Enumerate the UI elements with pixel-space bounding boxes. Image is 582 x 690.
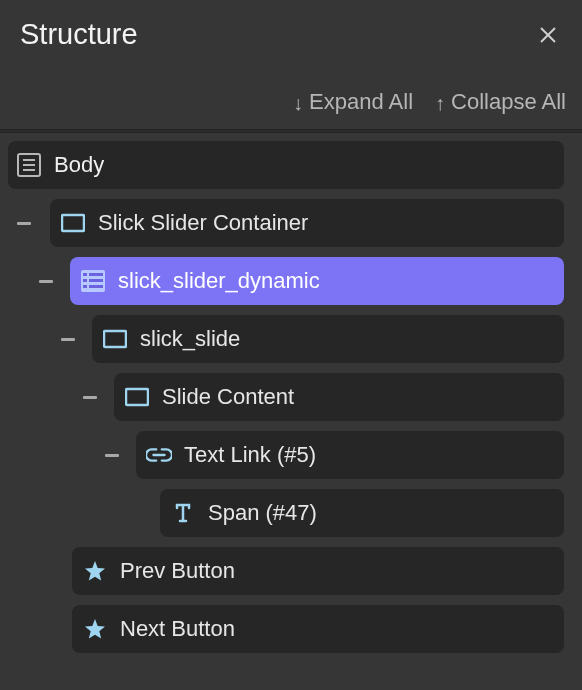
panel-title: Structure [20,18,138,51]
svg-rect-8 [83,273,87,276]
arrow-up-icon: ↑ [435,93,445,113]
svg-rect-10 [83,279,87,282]
svg-rect-15 [126,389,148,405]
tree-label: Span (#47) [208,500,317,526]
collapse-toggle[interactable] [12,211,36,235]
collapse-toggle[interactable] [56,327,80,351]
container-icon [60,210,86,236]
list-icon [80,268,106,294]
collapse-toggle[interactable] [78,385,102,409]
structure-panel: Structure ↓ Expand All ↑ Collapse All [0,0,582,690]
tree-row-slide-content[interactable]: Slide Content [8,373,574,421]
svg-rect-12 [83,285,87,288]
tree-label: slick_slide [140,326,240,352]
svg-rect-6 [62,215,84,231]
panel-header: Structure [0,0,582,61]
expand-all-button[interactable]: ↓ Expand All [293,89,413,115]
svg-rect-11 [89,279,103,282]
collapse-toggle[interactable] [34,269,58,293]
tree-row-prev-button[interactable]: Prev Button [8,547,574,595]
tree-label: Text Link (#5) [184,442,316,468]
tree-row-body[interactable]: Body [8,141,574,189]
container-icon [124,384,150,410]
star-icon [82,616,108,642]
collapse-toggle[interactable] [100,443,124,467]
tree-row-next-button[interactable]: Next Button [8,605,574,653]
svg-rect-13 [89,285,103,288]
text-icon [170,500,196,526]
panel-actions: ↓ Expand All ↑ Collapse All [0,61,582,129]
tree-row-span[interactable]: Span (#47) [8,489,574,537]
body-icon [16,152,42,178]
tree-row-slider-dynamic[interactable]: slick_slider_dynamic [8,257,574,305]
tree-row-slick-slide[interactable]: slick_slide [8,315,574,363]
close-icon [538,25,558,45]
expand-all-label: Expand All [309,89,413,115]
tree-label: Next Button [120,616,235,642]
tree-label: Prev Button [120,558,235,584]
tree-label: Slick Slider Container [98,210,308,236]
close-button[interactable] [536,23,560,47]
container-icon [102,326,128,352]
svg-rect-9 [89,273,103,276]
tree-label: Slide Content [162,384,294,410]
tree-row-text-link[interactable]: Text Link (#5) [8,431,574,479]
collapse-all-button[interactable]: ↑ Collapse All [435,89,566,115]
tree-label: slick_slider_dynamic [118,268,320,294]
svg-rect-14 [104,331,126,347]
link-icon [146,442,172,468]
arrow-down-icon: ↓ [293,93,303,113]
tree-row-slider-container[interactable]: Slick Slider Container [8,199,574,247]
star-icon [82,558,108,584]
tree-label: Body [54,152,104,178]
collapse-all-label: Collapse All [451,89,566,115]
structure-tree: Body Slick Slider Container [0,133,582,690]
